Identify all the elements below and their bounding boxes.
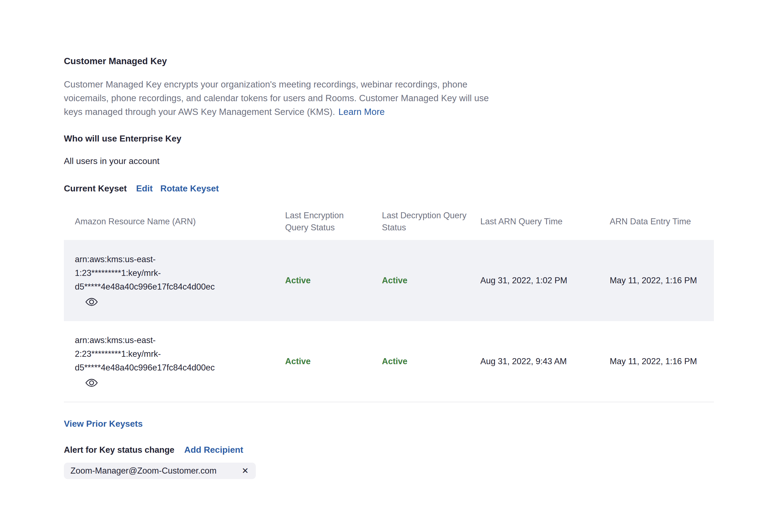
table-row: arn:aws:kms:us-east- 2:23*********1:key/… [64,321,714,402]
arn-cell: arn:aws:kms:us-east- 1:23*********1:key/… [64,253,285,309]
last-decryption-status: Active [382,356,480,366]
view-prior-keysets-link[interactable]: View Prior Keysets [64,418,143,430]
remove-recipient-button[interactable]: ✕ [241,467,249,475]
arn-data-entry-time: May 11, 2022, 1:16 PM [610,354,714,368]
customer-managed-key-page: Customer Managed Key Customer Managed Ke… [0,0,714,479]
description-line: voicemails, phone recordings, and calend… [64,91,714,105]
reveal-arn-button[interactable] [85,298,98,307]
column-header-last-encryption: Last Encryption Query Status [285,210,382,233]
keyset-table: Amazon Resource Name (ARN) Last Encrypti… [64,203,714,402]
description-line: keys managed through your AWS Key Manage… [64,105,335,119]
who-will-use-value: All users in your account [64,155,714,167]
recipient-email: Zoom-Manager@Zoom-Customer.com [70,466,217,476]
description-line: Customer Managed Key encrypts your organ… [64,77,714,91]
last-arn-query-time: Aug 31, 2022, 9:43 AM [480,354,610,368]
column-header-arn: Amazon Resource Name (ARN) [64,216,285,228]
eye-icon [85,298,98,307]
reveal-arn-button[interactable] [85,378,98,388]
alert-key-status-heading: Alert for Key status change [64,444,175,456]
last-encryption-status: Active [285,276,382,285]
table-row: arn:aws:kms:us-east- 1:23*********1:key/… [64,240,714,321]
column-header-last-decryption: Last Decryption Query Status [382,210,480,233]
column-header-arn-data-entry-time: ARN Data Entry Time [610,216,714,228]
learn-more-link[interactable]: Learn More [338,105,385,119]
rotate-keyset-link[interactable]: Rotate Keyset [160,184,219,194]
column-header-last-arn-query-time: Last ARN Query Time [480,216,610,228]
keyset-table-header-row: Amazon Resource Name (ARN) Last Encrypti… [64,203,714,240]
page-title: Customer Managed Key [64,56,714,67]
last-arn-query-time: Aug 31, 2022, 1:02 PM [480,274,610,287]
close-icon: ✕ [242,466,249,475]
add-recipient-link[interactable]: Add Recipient [184,445,243,455]
arn-value: arn:aws:kms:us-east- 2:23*********1:key/… [75,334,258,375]
page-description: Customer Managed Key encrypts your organ… [64,77,714,119]
last-decryption-status: Active [382,276,480,285]
arn-value: arn:aws:kms:us-east- 1:23*********1:key/… [75,253,258,294]
edit-keyset-link[interactable]: Edit [136,184,152,194]
eye-icon [85,378,98,388]
arn-cell: arn:aws:kms:us-east- 2:23*********1:key/… [64,334,285,389]
last-encryption-status: Active [285,356,382,366]
who-will-use-heading: Who will use Enterprise Key [64,133,714,144]
current-keyset-heading: Current Keyset [64,183,127,194]
arn-data-entry-time: May 11, 2022, 1:16 PM [610,274,714,287]
recipient-chip: Zoom-Manager@Zoom-Customer.com ✕ [64,463,256,479]
